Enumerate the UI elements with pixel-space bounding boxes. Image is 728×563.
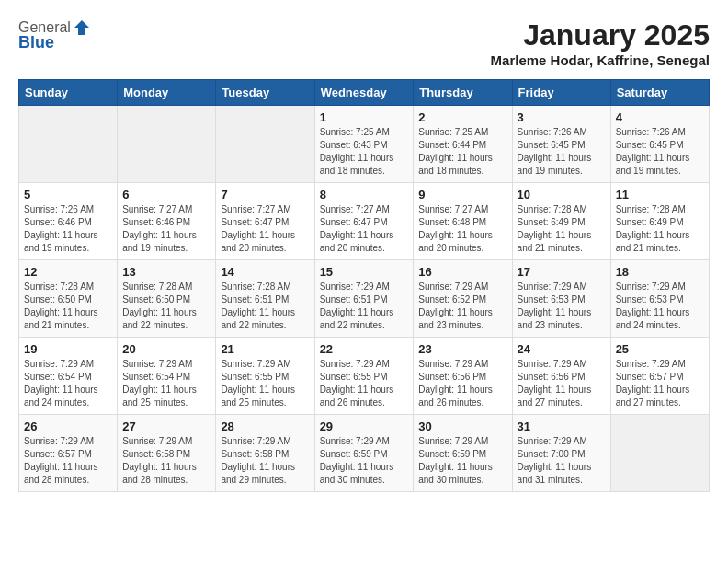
calendar-cell: 25Sunrise: 7:29 AM Sunset: 6:57 PM Dayli… [610, 338, 709, 415]
calendar-cell: 13Sunrise: 7:28 AM Sunset: 6:50 PM Dayli… [118, 260, 216, 338]
calendar-cell: 30Sunrise: 7:29 AM Sunset: 6:59 PM Dayli… [414, 415, 512, 492]
day-number: 5 [24, 188, 112, 201]
day-info: Sunrise: 7:29 AM Sunset: 6:55 PM Dayligh… [320, 358, 409, 409]
day-info: Sunrise: 7:28 AM Sunset: 6:49 PM Dayligh… [616, 203, 704, 255]
calendar-cell [610, 415, 709, 492]
calendar-cell: 16Sunrise: 7:29 AM Sunset: 6:52 PM Dayli… [414, 260, 512, 338]
day-number: 31 [518, 419, 606, 433]
day-number: 9 [418, 188, 506, 201]
column-header-sunday: Sunday [19, 80, 118, 106]
calendar-cell: 6Sunrise: 7:27 AM Sunset: 6:46 PM Daylig… [118, 183, 216, 260]
day-info: Sunrise: 7:27 AM Sunset: 6:47 PM Dayligh… [320, 203, 409, 255]
day-info: Sunrise: 7:27 AM Sunset: 6:47 PM Dayligh… [221, 203, 309, 255]
calendar-cell: 22Sunrise: 7:29 AM Sunset: 6:55 PM Dayli… [314, 338, 414, 415]
calendar-cell: 8Sunrise: 7:27 AM Sunset: 6:47 PM Daylig… [314, 183, 414, 260]
calendar-cell: 3Sunrise: 7:26 AM Sunset: 6:45 PM Daylig… [512, 106, 610, 183]
calendar-cell: 18Sunrise: 7:29 AM Sunset: 6:53 PM Dayli… [610, 260, 709, 338]
calendar-cell: 27Sunrise: 7:29 AM Sunset: 6:58 PM Dayli… [118, 415, 216, 492]
logo-icon [73, 18, 91, 37]
calendar-table: SundayMondayTuesdayWednesdayThursdayFrid… [18, 79, 710, 492]
calendar-cell: 12Sunrise: 7:28 AM Sunset: 6:50 PM Dayli… [19, 260, 118, 338]
calendar-cell: 19Sunrise: 7:29 AM Sunset: 6:54 PM Dayli… [19, 338, 118, 415]
day-info: Sunrise: 7:28 AM Sunset: 6:49 PM Dayligh… [518, 203, 606, 255]
day-info: Sunrise: 7:29 AM Sunset: 6:54 PM Dayligh… [122, 358, 210, 409]
day-number: 17 [518, 265, 606, 279]
column-header-thursday: Thursday [414, 80, 512, 106]
calendar-cell: 14Sunrise: 7:28 AM Sunset: 6:51 PM Dayli… [216, 260, 314, 338]
day-number: 21 [221, 342, 309, 356]
column-header-tuesday: Tuesday [216, 80, 314, 106]
column-header-friday: Friday [512, 80, 610, 106]
day-info: Sunrise: 7:29 AM Sunset: 6:51 PM Dayligh… [320, 281, 409, 332]
day-number: 27 [122, 419, 210, 433]
day-info: Sunrise: 7:29 AM Sunset: 6:58 PM Dayligh… [221, 435, 309, 487]
calendar-cell [216, 106, 314, 183]
day-info: Sunrise: 7:29 AM Sunset: 6:53 PM Dayligh… [616, 281, 704, 332]
day-info: Sunrise: 7:29 AM Sunset: 6:53 PM Dayligh… [518, 281, 606, 332]
calendar-cell: 24Sunrise: 7:29 AM Sunset: 6:56 PM Dayli… [512, 338, 610, 415]
day-info: Sunrise: 7:28 AM Sunset: 6:50 PM Dayligh… [24, 281, 112, 332]
calendar-week-2: 5Sunrise: 7:26 AM Sunset: 6:46 PM Daylig… [19, 183, 710, 260]
calendar-cell [19, 106, 118, 183]
calendar-cell: 15Sunrise: 7:29 AM Sunset: 6:51 PM Dayli… [314, 260, 414, 338]
day-info: Sunrise: 7:29 AM Sunset: 6:55 PM Dayligh… [221, 358, 309, 409]
month-title: January 2025 [491, 18, 710, 52]
day-info: Sunrise: 7:29 AM Sunset: 6:54 PM Dayligh… [24, 358, 112, 409]
day-info: Sunrise: 7:28 AM Sunset: 6:50 PM Dayligh… [122, 281, 210, 332]
day-info: Sunrise: 7:29 AM Sunset: 6:59 PM Dayligh… [320, 435, 409, 487]
calendar-cell: 10Sunrise: 7:28 AM Sunset: 6:49 PM Dayli… [512, 183, 610, 260]
column-header-wednesday: Wednesday [314, 80, 414, 106]
title-section: January 2025 Marleme Hodar, Kaffrine, Se… [491, 18, 710, 68]
day-number: 3 [518, 110, 606, 124]
calendar-cell [118, 106, 216, 183]
day-number: 24 [518, 342, 606, 356]
day-number: 4 [616, 110, 704, 124]
calendar-cell: 17Sunrise: 7:29 AM Sunset: 6:53 PM Dayli… [512, 260, 610, 338]
day-number: 7 [221, 188, 309, 201]
day-info: Sunrise: 7:27 AM Sunset: 6:48 PM Dayligh… [418, 203, 506, 255]
day-info: Sunrise: 7:29 AM Sunset: 6:57 PM Dayligh… [616, 358, 704, 409]
day-info: Sunrise: 7:29 AM Sunset: 6:56 PM Dayligh… [518, 358, 606, 409]
calendar-cell: 28Sunrise: 7:29 AM Sunset: 6:58 PM Dayli… [216, 415, 314, 492]
day-info: Sunrise: 7:26 AM Sunset: 6:46 PM Dayligh… [24, 203, 112, 255]
calendar-cell: 11Sunrise: 7:28 AM Sunset: 6:49 PM Dayli… [610, 183, 709, 260]
day-number: 25 [616, 342, 704, 356]
column-header-monday: Monday [118, 80, 216, 106]
day-info: Sunrise: 7:29 AM Sunset: 6:56 PM Dayligh… [418, 358, 506, 409]
calendar-cell: 21Sunrise: 7:29 AM Sunset: 6:55 PM Dayli… [216, 338, 314, 415]
calendar-cell: 4Sunrise: 7:26 AM Sunset: 6:45 PM Daylig… [610, 106, 709, 183]
day-info: Sunrise: 7:28 AM Sunset: 6:51 PM Dayligh… [221, 281, 309, 332]
day-number: 20 [122, 342, 210, 356]
day-number: 6 [122, 188, 210, 201]
calendar-cell: 31Sunrise: 7:29 AM Sunset: 7:00 PM Dayli… [512, 415, 610, 492]
day-number: 13 [122, 265, 210, 279]
calendar-week-1: 1Sunrise: 7:25 AM Sunset: 6:43 PM Daylig… [19, 106, 710, 183]
day-number: 23 [418, 342, 506, 356]
day-number: 18 [616, 265, 704, 279]
calendar-cell: 5Sunrise: 7:26 AM Sunset: 6:46 PM Daylig… [19, 183, 118, 260]
day-info: Sunrise: 7:26 AM Sunset: 6:45 PM Dayligh… [518, 126, 606, 178]
calendar-week-5: 26Sunrise: 7:29 AM Sunset: 6:57 PM Dayli… [19, 415, 710, 492]
calendar-cell: 20Sunrise: 7:29 AM Sunset: 6:54 PM Dayli… [118, 338, 216, 415]
column-header-saturday: Saturday [610, 80, 709, 106]
day-info: Sunrise: 7:29 AM Sunset: 7:00 PM Dayligh… [518, 435, 606, 487]
day-number: 28 [221, 419, 309, 433]
day-number: 10 [518, 188, 606, 201]
calendar-header-row: SundayMondayTuesdayWednesdayThursdayFrid… [19, 80, 710, 106]
day-number: 14 [221, 265, 309, 279]
day-number: 29 [320, 419, 409, 433]
calendar-cell: 23Sunrise: 7:29 AM Sunset: 6:56 PM Dayli… [414, 338, 512, 415]
day-number: 12 [24, 265, 112, 279]
day-info: Sunrise: 7:26 AM Sunset: 6:45 PM Dayligh… [616, 126, 704, 178]
day-number: 26 [24, 419, 112, 433]
day-number: 1 [320, 110, 409, 124]
day-number: 11 [616, 188, 704, 201]
day-number: 15 [320, 265, 409, 279]
day-info: Sunrise: 7:25 AM Sunset: 6:43 PM Dayligh… [320, 126, 409, 178]
calendar-cell: 26Sunrise: 7:29 AM Sunset: 6:57 PM Dayli… [19, 415, 118, 492]
location-subtitle: Marleme Hodar, Kaffrine, Senegal [491, 52, 710, 68]
day-info: Sunrise: 7:27 AM Sunset: 6:46 PM Dayligh… [122, 203, 210, 255]
day-info: Sunrise: 7:29 AM Sunset: 6:52 PM Dayligh… [418, 281, 506, 332]
calendar-week-4: 19Sunrise: 7:29 AM Sunset: 6:54 PM Dayli… [19, 338, 710, 415]
calendar-cell: 1Sunrise: 7:25 AM Sunset: 6:43 PM Daylig… [314, 106, 414, 183]
